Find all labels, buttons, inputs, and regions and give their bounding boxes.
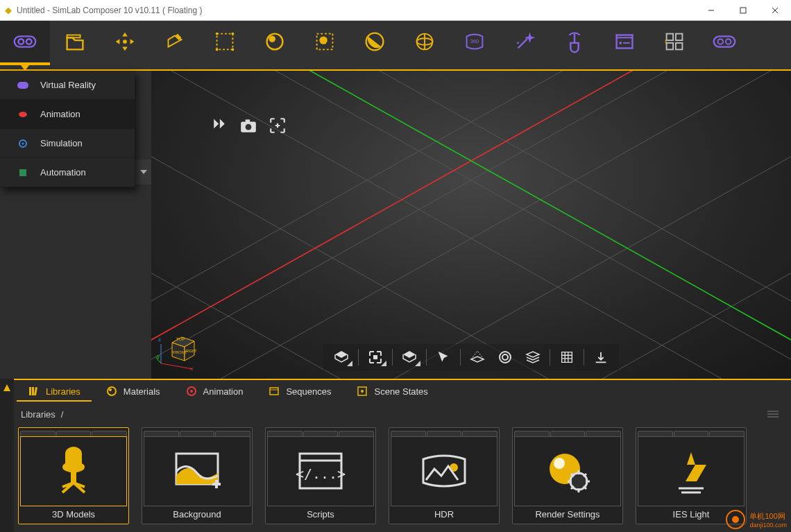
select-mode-button[interactable] xyxy=(431,347,456,368)
vertical-tab-strip[interactable] xyxy=(0,379,14,532)
scenestates-icon xyxy=(356,385,368,397)
mode-menu-label: Virtual Reality xyxy=(40,80,96,90)
breadcrumbs[interactable]: Libraries / xyxy=(0,404,791,424)
close-button[interactable] xyxy=(759,0,791,21)
plane-button[interactable] xyxy=(465,347,490,368)
catalog-button[interactable] xyxy=(649,21,699,62)
tab-label: Sequences xyxy=(286,386,331,397)
vr-icon xyxy=(17,79,29,92)
svg-text:</...>: </...> xyxy=(296,465,346,482)
svg-rect-74 xyxy=(71,470,76,483)
effects-button[interactable] xyxy=(500,21,550,62)
image-icon xyxy=(144,436,250,506)
viewport-3d[interactable]: z y x TOP FRONT RIGHT xyxy=(151,71,791,379)
maximize-button[interactable] xyxy=(727,0,759,21)
light-button[interactable] xyxy=(300,21,350,62)
tab-scenestates[interactable]: Scene States xyxy=(345,382,439,402)
svg-rect-71 xyxy=(270,388,278,395)
tab-label: Materials xyxy=(124,386,160,397)
card-hdr[interactable]: HDR xyxy=(389,427,500,524)
layers-button[interactable] xyxy=(363,347,388,368)
material-button[interactable] xyxy=(250,21,300,62)
card-render-settings[interactable]: Render Settings xyxy=(512,427,623,524)
svg-rect-29 xyxy=(714,36,735,46)
sequence-button[interactable] xyxy=(599,21,649,62)
card-label: Background xyxy=(142,506,252,524)
svg-rect-7 xyxy=(67,35,80,38)
card-scripts[interactable]: </...> Scripts xyxy=(265,427,376,524)
svg-line-41 xyxy=(602,71,791,379)
svg-rect-66 xyxy=(34,387,37,395)
svg-point-12 xyxy=(216,49,219,51)
tab-materials[interactable]: Materials xyxy=(94,382,171,402)
mode-menu-item-automation[interactable]: Automation xyxy=(0,158,135,187)
file-button[interactable] xyxy=(50,21,100,62)
svg-point-70 xyxy=(190,390,193,393)
svg-text:RIGHT: RIGHT xyxy=(186,349,197,353)
minimize-button[interactable] xyxy=(695,0,727,21)
mode-dropdown-indicator[interactable] xyxy=(0,62,50,71)
mode-vr-button[interactable] xyxy=(0,21,50,62)
svg-rect-32 xyxy=(17,82,28,89)
select-button[interactable] xyxy=(200,21,250,62)
environment-button[interactable] xyxy=(400,21,450,62)
tab-animation[interactable]: Animation xyxy=(174,382,255,402)
animation-icon xyxy=(185,385,198,397)
svg-rect-1 xyxy=(740,8,746,13)
svg-point-31 xyxy=(726,39,731,44)
svg-point-30 xyxy=(718,39,724,44)
panorama-button[interactable]: 360 xyxy=(450,21,500,62)
texture-button[interactable] xyxy=(350,21,400,62)
svg-point-33 xyxy=(19,112,27,117)
interaction-button[interactable] xyxy=(550,21,599,62)
breadcrumb-sep: / xyxy=(61,409,64,420)
watermark-line1: 单机100网 xyxy=(749,511,787,522)
ground-button[interactable] xyxy=(588,347,613,368)
viewport-bottom-tools xyxy=(323,344,619,370)
mode-menu-item-animation[interactable]: Animation xyxy=(0,100,135,129)
tab-sequences[interactable]: Sequences xyxy=(257,382,342,402)
stack-button[interactable] xyxy=(520,347,545,368)
chip-icon xyxy=(17,166,29,179)
svg-point-15 xyxy=(269,35,275,42)
svg-text:z: z xyxy=(158,336,161,343)
breadcrumb-root: Libraries xyxy=(21,409,56,420)
transform-button[interactable] xyxy=(100,21,150,62)
mode-menu-item-simulation[interactable]: Simulation xyxy=(0,129,135,158)
focus-button[interactable] xyxy=(268,116,287,135)
svg-point-80 xyxy=(554,458,565,469)
card-3d-models[interactable]: 3D Models xyxy=(18,427,129,524)
grid-toggle-button[interactable] xyxy=(554,347,579,368)
tab-libraries[interactable]: Libraries xyxy=(17,382,92,402)
svg-line-48 xyxy=(236,71,791,379)
camera-button[interactable] xyxy=(239,116,258,135)
shading-button[interactable] xyxy=(397,347,422,368)
play-button[interactable] xyxy=(210,116,229,135)
main-toolbar: 360 xyxy=(0,21,791,71)
mode-menu: Virtual Reality Animation Simulation Aut… xyxy=(0,71,135,187)
svg-rect-52 xyxy=(373,355,377,359)
preview-button[interactable] xyxy=(699,21,749,62)
svg-point-73 xyxy=(361,390,364,393)
panel-options-button[interactable] xyxy=(767,411,779,418)
bottom-tabs: Libraries Materials Animation Sequences … xyxy=(0,380,791,404)
svg-line-39 xyxy=(221,71,791,379)
edit-button[interactable] xyxy=(150,21,200,62)
svg-point-17 xyxy=(319,36,327,44)
left-panel: Virtual Reality Animation Simulation Aut… xyxy=(0,71,151,379)
mode-menu-item-vr[interactable]: Virtual Reality xyxy=(0,71,135,100)
camera-mode-button[interactable] xyxy=(329,347,354,368)
tab-label: Scene States xyxy=(374,386,427,397)
gear-icon xyxy=(17,137,29,150)
card-background[interactable]: Background xyxy=(142,427,253,524)
lens-button[interactable] xyxy=(493,347,518,368)
svg-point-22 xyxy=(517,42,519,44)
hdr-icon xyxy=(391,436,497,506)
watermark-line2: danji100.com xyxy=(749,522,787,529)
svg-point-90 xyxy=(732,516,739,523)
view-cube[interactable]: z y x TOP FRONT RIGHT xyxy=(155,325,198,373)
mode-menu-label: Automation xyxy=(40,167,86,178)
svg-rect-65 xyxy=(32,387,34,395)
light-icon xyxy=(638,436,745,506)
svg-point-50 xyxy=(246,124,252,130)
